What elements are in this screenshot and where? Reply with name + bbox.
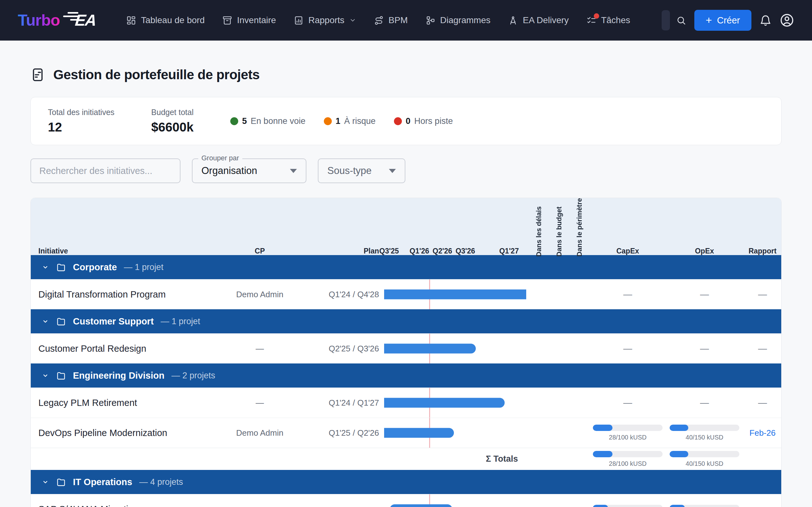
- gantt-cell: [384, 418, 526, 448]
- gantt-bar: [384, 290, 526, 299]
- rapport-date-link[interactable]: Feb-26: [750, 428, 775, 438]
- folder-icon: [56, 477, 66, 487]
- legend-count: 0: [406, 116, 410, 126]
- quarter-tick: Q1'26: [409, 247, 429, 256]
- column-header-on-time: Dans les délais: [529, 206, 549, 261]
- tasks-icon: [587, 15, 596, 25]
- table-row: Digital Transformation Program Demo Admi…: [31, 279, 781, 309]
- capex-amount: 28/100 kUSD: [609, 434, 647, 441]
- create-button[interactable]: + Créer: [694, 10, 751, 31]
- capex-cell: —: [590, 289, 666, 299]
- capex-cell: [590, 505, 666, 507]
- initiative-name[interactable]: SAP S/4HANA Migration: [31, 504, 221, 507]
- stat-value: $6600k: [151, 120, 194, 134]
- cp-cell: —: [221, 344, 299, 354]
- column-header-cp: CP: [221, 247, 299, 261]
- column-header-rapport: Rapport: [743, 247, 781, 261]
- group-project-count: — 4 projets: [139, 477, 183, 487]
- column-header-capex: CapEx: [590, 247, 666, 261]
- opex-progress-bar: [670, 451, 740, 457]
- filters-bar: Grouper par Organisation Sous-type: [31, 158, 781, 183]
- portfolio-table: Initiative CP Plan Q3'25 Q1'26 Q2'26 Q3'…: [31, 198, 781, 507]
- opex-amount: 40/150 kUSD: [686, 434, 723, 441]
- search-icon[interactable]: [676, 15, 686, 25]
- subtype-value: Sous-type: [327, 165, 372, 176]
- document-icon: [31, 67, 45, 82]
- gantt-bar: [390, 504, 452, 507]
- rapport-cell: —: [743, 398, 781, 408]
- nav-item-tasks[interactable]: Tâches: [587, 15, 630, 25]
- chevron-down-icon: [42, 478, 49, 486]
- plan-cell: Q1'25 / Q2'26: [299, 428, 382, 438]
- plan-cell: Q1'24 / Q1'27: [299, 398, 382, 408]
- legend-count: 1: [336, 116, 340, 126]
- group-project-count: — 1 projet: [161, 317, 200, 326]
- nav-item-dashboard[interactable]: Tableau de bord: [126, 15, 205, 25]
- initiative-name[interactable]: Digital Transformation Program: [31, 289, 221, 300]
- initiative-name[interactable]: Customer Portal Redesign: [31, 343, 221, 354]
- stat-total-initiatives: Total des initiatives 12: [48, 108, 114, 134]
- subtype-select[interactable]: Sous-type: [318, 158, 405, 183]
- chevron-down-icon: [42, 372, 49, 379]
- group-row-it-operations[interactable]: IT Operations — 4 projets: [31, 470, 781, 494]
- search-field-collapsed[interactable]: [662, 10, 670, 31]
- diagrams-icon: [426, 15, 436, 25]
- compass-icon: [508, 15, 518, 25]
- capex-progress-bar: [593, 505, 663, 507]
- capex-progress-bar: [593, 425, 663, 431]
- initiative-name[interactable]: DevOps Pipeline Modernization: [31, 428, 221, 438]
- dropdown-arrow-icon: [290, 169, 297, 173]
- gantt-cell: [384, 334, 526, 363]
- nav-label: EA Delivery: [523, 15, 569, 25]
- group-by-value: Organisation: [201, 165, 257, 176]
- nav-label: BPM: [389, 15, 408, 25]
- totals-capex-cell: 28/100 kUSD: [590, 451, 666, 467]
- main-content: Gestion de portefeuille de projets Total…: [0, 67, 812, 507]
- capex-cell: 28/100 kUSD: [590, 425, 666, 441]
- nav-item-inventory[interactable]: Inventaire: [222, 15, 276, 25]
- quarter-tick: Q1'27: [499, 247, 519, 256]
- legend-count: 5: [242, 116, 247, 126]
- rapport-cell: —: [743, 343, 781, 354]
- initiative-name[interactable]: Legacy PLM Retirement: [31, 398, 221, 408]
- tasks-notification-dot: [594, 13, 599, 19]
- page-header: Gestion de portefeuille de projets: [31, 67, 781, 82]
- chevron-down-icon: [42, 263, 49, 271]
- group-by-select[interactable]: Grouper par Organisation: [192, 158, 306, 183]
- nav-item-ea-delivery[interactable]: EA Delivery: [508, 15, 569, 25]
- logo-text-ea: EA: [74, 11, 97, 30]
- capex-progress-bar: [593, 451, 663, 457]
- red-dot-icon: [394, 117, 402, 125]
- gantt-bar: [384, 344, 476, 354]
- group-name: Engineering Division: [73, 371, 164, 381]
- create-button-label: Créer: [717, 15, 740, 26]
- table-row: SAP S/4HANA Migration: [31, 494, 781, 507]
- totals-label: Σ Totals: [31, 454, 529, 464]
- notifications-bell-icon[interactable]: [760, 14, 771, 26]
- legend-label: En bonne voie: [251, 116, 305, 126]
- gantt-cell: [384, 388, 526, 418]
- table-header-row: Initiative CP Plan Q3'25 Q1'26 Q2'26 Q3'…: [31, 198, 781, 255]
- nav-item-reports[interactable]: Rapports: [294, 15, 356, 25]
- stat-label: Budget total: [151, 108, 194, 117]
- nav-item-diagrams[interactable]: Diagrammes: [426, 15, 491, 25]
- group-row-engineering-division[interactable]: Engineering Division — 2 projets: [31, 363, 781, 388]
- plus-icon: +: [706, 14, 712, 25]
- nav-item-bpm[interactable]: BPM: [374, 15, 408, 25]
- opex-progress-bar: [670, 505, 740, 507]
- top-navbar: Turbo EA Tableau de bord Inventaire Rapp…: [0, 0, 812, 41]
- column-header-initiative: Initiative: [31, 247, 221, 261]
- search-initiatives-input[interactable]: [31, 158, 181, 183]
- group-row-customer-support[interactable]: Customer Support — 1 projet: [31, 309, 781, 333]
- opex-amount: 40/150 kUSD: [686, 460, 723, 467]
- app-logo[interactable]: Turbo EA: [18, 11, 96, 30]
- group-by-label: Grouper par: [198, 154, 242, 162]
- opex-cell: —: [666, 343, 743, 354]
- inventory-icon: [222, 15, 232, 25]
- gantt-cell: [384, 279, 526, 309]
- group-name: IT Operations: [73, 477, 132, 487]
- cp-cell: —: [221, 398, 299, 408]
- legend-on-track: 5 En bonne voie: [230, 116, 305, 126]
- legend-label: Hors piste: [414, 116, 453, 126]
- account-icon[interactable]: [780, 13, 794, 27]
